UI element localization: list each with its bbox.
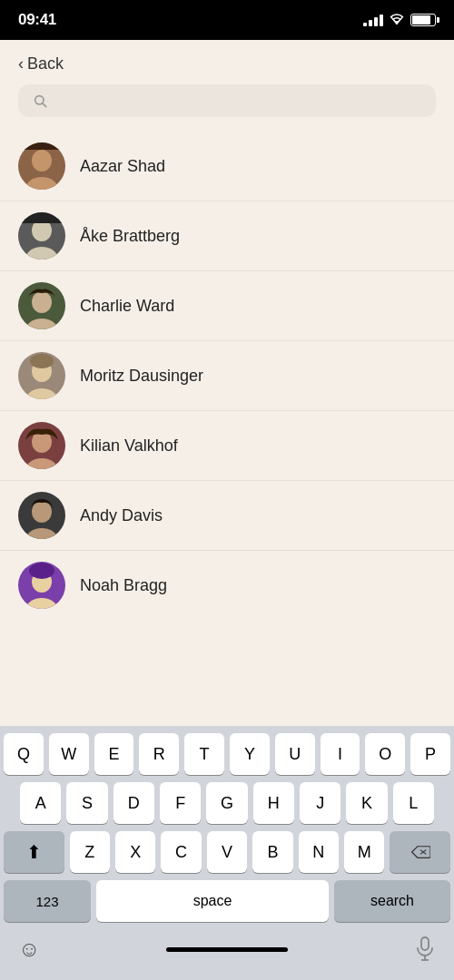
keyboard-row-2: A S D F G H J K L (0, 782, 454, 824)
svg-point-6 (25, 247, 58, 260)
keyboard: Q W E R T Y U I O P A S D F G H J K (0, 726, 454, 980)
key-y[interactable]: Y (230, 733, 270, 775)
contact-name: Kilian Valkhof (80, 436, 178, 456)
key-a[interactable]: A (20, 782, 61, 824)
search-bar[interactable] (18, 84, 436, 117)
list-item[interactable]: Moritz Dausinger (0, 341, 454, 411)
avatar (18, 352, 65, 399)
key-w[interactable]: W (49, 733, 89, 775)
main-content: ‹ Back (0, 40, 454, 980)
svg-point-19 (29, 563, 54, 579)
key-v[interactable]: V (207, 831, 247, 873)
keyboard-bottom: ☺ (0, 929, 454, 980)
list-item[interactable]: Andy Davis (0, 481, 454, 551)
key-r[interactable]: R (139, 733, 179, 775)
key-c[interactable]: C (161, 831, 201, 873)
svg-rect-22 (421, 937, 429, 950)
key-j[interactable]: J (300, 782, 340, 824)
key-b[interactable]: B (252, 831, 292, 873)
svg-point-15 (32, 501, 52, 523)
keyboard-row-1: Q W E R T Y U I O P (0, 733, 454, 775)
key-t[interactable]: T (184, 733, 224, 775)
svg-point-18 (25, 598, 58, 609)
svg-rect-4 (18, 142, 65, 150)
key-x[interactable]: X (115, 831, 155, 873)
avatar (18, 212, 65, 260)
microphone-icon[interactable] (414, 936, 436, 962)
key-e[interactable]: E (94, 733, 134, 775)
list-item[interactable]: Charlie Ward (0, 271, 454, 341)
key-f[interactable]: F (160, 782, 201, 824)
contact-name: Charlie Ward (80, 297, 174, 316)
contact-name: Andy Davis (80, 506, 163, 525)
avatar (18, 282, 65, 329)
avatar (18, 422, 65, 469)
key-m[interactable]: M (344, 831, 384, 873)
key-search[interactable]: search (334, 880, 450, 922)
svg-point-16 (25, 528, 58, 539)
avatar (18, 492, 65, 539)
avatar (18, 142, 65, 190)
svg-point-3 (25, 177, 58, 190)
search-container (0, 84, 454, 132)
key-numbers[interactable]: 123 (4, 880, 91, 922)
key-p[interactable]: P (410, 733, 450, 775)
svg-point-8 (32, 291, 52, 313)
svg-point-11 (25, 388, 58, 399)
svg-line-1 (43, 103, 46, 107)
contact-name: Moritz Dausinger (80, 367, 203, 386)
search-icon (33, 93, 47, 108)
back-button[interactable]: ‹ Back (0, 40, 454, 84)
list-item[interactable]: Aazar Shad (0, 132, 454, 201)
avatar (18, 562, 65, 609)
back-chevron-icon: ‹ (18, 54, 24, 74)
status-time: 09:41 (18, 11, 56, 29)
emoji-icon[interactable]: ☺ (18, 936, 41, 962)
key-shift[interactable]: ⬆ (4, 831, 64, 873)
key-u[interactable]: U (275, 733, 315, 775)
svg-point-9 (25, 318, 58, 329)
svg-point-14 (25, 458, 58, 469)
svg-point-12 (30, 354, 54, 368)
key-s[interactable]: S (66, 782, 107, 824)
key-z[interactable]: Z (70, 831, 110, 873)
key-q[interactable]: Q (4, 733, 44, 775)
keyboard-row-4: 123 space search (0, 880, 454, 922)
key-delete[interactable] (390, 831, 450, 873)
key-o[interactable]: O (365, 733, 405, 775)
contact-name: Noah Bragg (80, 576, 167, 595)
key-d[interactable]: D (114, 782, 154, 824)
key-k[interactable]: K (346, 782, 387, 824)
back-label: Back (27, 54, 64, 74)
status-bar: 09:41 (0, 0, 454, 40)
contact-list: Aazar Shad Åke Brattberg (0, 132, 454, 620)
signal-bars-icon (363, 15, 383, 26)
key-i[interactable]: I (321, 733, 360, 775)
key-space[interactable]: space (96, 880, 329, 922)
home-bar (166, 947, 288, 952)
contact-name: Åke Brattberg (80, 227, 180, 246)
status-icons (363, 14, 436, 26)
key-n[interactable]: N (299, 831, 339, 873)
contact-name: Aazar Shad (80, 157, 165, 176)
svg-point-2 (32, 150, 52, 172)
wifi-icon (389, 14, 405, 26)
key-h[interactable]: H (253, 782, 294, 824)
list-item[interactable]: Åke Brattberg (0, 201, 454, 271)
battery-icon (410, 14, 436, 26)
key-g[interactable]: G (206, 782, 247, 824)
key-l[interactable]: L (393, 782, 434, 824)
list-item[interactable]: Noah Bragg (0, 551, 454, 620)
svg-rect-7 (18, 212, 65, 223)
keyboard-row-3: ⬆ Z X C V B N M (0, 831, 454, 873)
list-item[interactable]: Kilian Valkhof (0, 411, 454, 481)
